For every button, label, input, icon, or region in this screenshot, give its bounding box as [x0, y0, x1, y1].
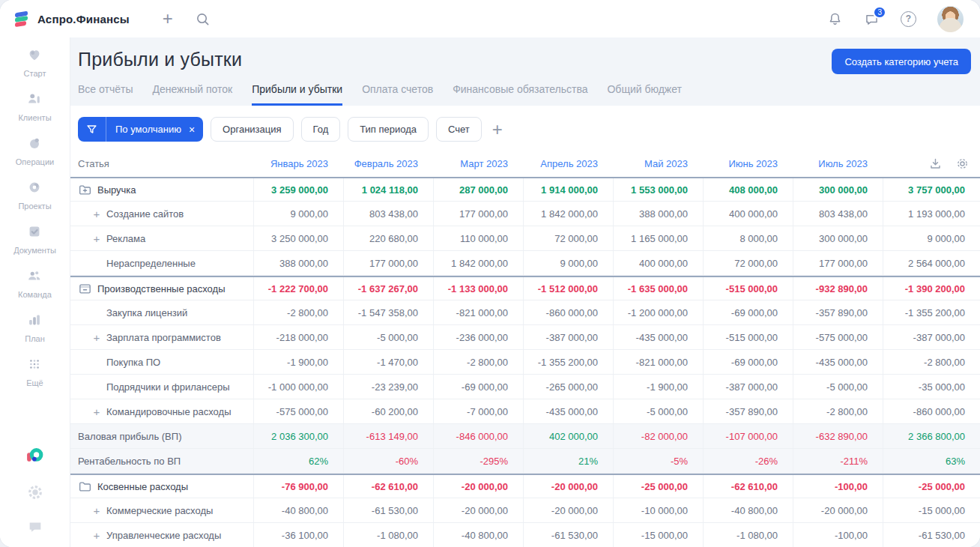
value-cell: -821 000,00 — [433, 300, 523, 324]
value-cell: -860 000,00 — [523, 300, 613, 324]
value-cell: -100,00 — [793, 475, 883, 498]
row-label-cell[interactable]: Покупка ПО — [70, 350, 253, 374]
row-label-cell[interactable]: Рентабельность по ВП — [70, 449, 253, 473]
sidebar-item-операции[interactable]: Операции — [13, 135, 56, 166]
column-header-month-2[interactable]: Февраль 2023 — [343, 150, 433, 177]
download-icon[interactable] — [929, 157, 942, 170]
expand-plus-icon[interactable]: + — [92, 529, 101, 542]
expand-plus-icon[interactable]: + — [92, 232, 101, 245]
value-cell: -5 000,00 — [343, 325, 433, 349]
value-cell: -107 000,00 — [703, 424, 793, 448]
value-cell: -575 000,00 — [253, 399, 343, 423]
expand-plus-icon[interactable]: + — [92, 208, 101, 220]
bell-icon[interactable] — [827, 11, 843, 27]
value-cell: -387 000,00 — [703, 375, 793, 399]
expand-plus-icon[interactable]: + — [92, 331, 101, 344]
row-label-cell[interactable]: +Зарплата программистов — [70, 325, 253, 349]
value-cell: -387 000,00 — [523, 325, 613, 349]
user-avatar[interactable] — [937, 6, 964, 32]
create-category-button[interactable]: Создать категорию учета — [832, 49, 971, 74]
column-header-month-3[interactable]: Март 2023 — [433, 150, 523, 177]
tab-3[interactable]: Прибыли и убытки — [252, 83, 342, 106]
row-label-cell[interactable]: Нераспределенные — [70, 251, 253, 275]
value-cell: 72 000,00 — [523, 226, 613, 250]
sidebar-item-план[interactable]: План — [13, 312, 56, 343]
column-header-month-5[interactable]: Май 2023 — [613, 150, 703, 177]
row-label-cell[interactable]: Подрядчики и фрилансеры — [70, 375, 253, 399]
filter-bar: По умолчанию × ОрганизацияГодТип периода… — [70, 106, 980, 150]
operations-icon — [26, 135, 43, 154]
table-row: Закупка лицензий-2 800,00-1 547 358,00-8… — [70, 300, 980, 325]
settings-icon[interactable] — [956, 157, 969, 170]
expand-plus-icon[interactable]: + — [92, 405, 101, 418]
sidebar-item-ещё[interactable]: Ещё — [13, 356, 56, 387]
tab-4[interactable]: Оплата счетов — [362, 83, 433, 106]
filter-chip-3[interactable]: Тип периода — [348, 117, 429, 142]
feedback-chat-icon[interactable] — [27, 519, 43, 535]
value-cell: -15 000,00 — [613, 523, 703, 547]
value-cell: -1 355 200,00 — [523, 350, 613, 374]
row-label-cell[interactable]: Выручка — [70, 178, 253, 201]
value-cell: -632 890,00 — [793, 424, 883, 448]
close-icon[interactable]: × — [187, 124, 203, 136]
column-header-month-6[interactable]: Июнь 2023 — [703, 150, 793, 177]
folder-plus-icon[interactable] — [78, 183, 92, 197]
column-header-month-4[interactable]: Апрель 2023 — [523, 150, 613, 177]
value-cell: 2 366 800,00 — [883, 424, 980, 448]
value-cell: -5% — [613, 449, 703, 473]
chat-icon[interactable]: 3 — [864, 11, 880, 27]
filter-chip-2[interactable]: Год — [301, 117, 341, 142]
row-label-cell[interactable]: +Реклама — [70, 226, 253, 250]
value-cell: -40 800,00 — [433, 523, 523, 547]
value-cell: 3 250 000,00 — [253, 226, 343, 250]
sidebar-item-label: Операции — [16, 157, 54, 166]
folder-minus-icon[interactable] — [78, 282, 92, 296]
row-label-cell[interactable]: +Коммерческие расходы — [70, 498, 253, 522]
value-cell: 1 024 118,00 — [343, 178, 433, 201]
folder-icon[interactable] — [78, 480, 92, 494]
row-label-cell[interactable]: Закупка лицензий — [70, 300, 253, 324]
filter-preset-pill[interactable]: По умолчанию × — [78, 117, 203, 142]
tab-2[interactable]: Денежный поток — [152, 83, 232, 106]
sidebar-item-команда[interactable]: Команда — [13, 268, 56, 299]
plus-icon[interactable]: + — [163, 10, 173, 28]
value-cell: -218 000,00 — [253, 325, 343, 349]
tab-1[interactable]: Все отчёты — [78, 83, 133, 106]
column-header-month-7[interactable]: Июль 2023 — [793, 150, 883, 177]
top-bar: Аспро.Финансы + 3 ? — [0, 0, 980, 37]
app-brand[interactable]: Аспро.Финансы — [12, 10, 130, 28]
tab-5[interactable]: Финансовые обязательства — [453, 83, 587, 106]
value-cell: -69 000,00 — [433, 375, 523, 399]
value-cell: 1 165 000,00 — [613, 226, 703, 250]
settings-icon[interactable] — [27, 484, 43, 501]
filter-chip-1[interactable]: Организация — [211, 117, 293, 142]
value-cell: 1 842 000,00 — [523, 202, 613, 226]
row-label-cell[interactable]: Производственные расходы — [70, 277, 253, 300]
value-cell: 388 000,00 — [613, 202, 703, 226]
filter-chip-4[interactable]: Счет — [436, 117, 482, 142]
value-cell: 177 000,00 — [793, 251, 883, 275]
row-label: Покупка ПО — [106, 357, 160, 368]
aspro-round-logo[interactable] — [25, 446, 45, 466]
add-filter-icon[interactable]: + — [492, 119, 503, 140]
sidebar-item-клиенты[interactable]: Клиенты — [13, 91, 56, 122]
sidebar-item-старт[interactable]: Старт — [13, 46, 56, 78]
value-cell: 9 000,00 — [883, 226, 980, 250]
row-label-cell[interactable]: +Управленческие расходы — [70, 523, 253, 547]
row-label: Косвенные расходы — [97, 481, 188, 492]
row-label-cell[interactable]: Валовая прибыль (ВП) — [70, 424, 253, 448]
search-icon[interactable] — [196, 12, 210, 26]
row-label-cell[interactable]: +Создание сайтов — [70, 202, 253, 226]
value-cell: 300 000,00 — [793, 178, 883, 201]
column-header-month-1[interactable]: Январь 2023 — [253, 150, 343, 177]
expand-plus-icon[interactable]: + — [92, 504, 101, 517]
help-icon[interactable]: ? — [901, 11, 916, 27]
tab-6[interactable]: Общий бюджет — [607, 83, 681, 106]
sidebar-item-проекты[interactable]: Проекты — [13, 179, 56, 211]
value-cell: -15 000,00 — [883, 498, 980, 522]
value-cell: -515 000,00 — [703, 277, 793, 300]
row-label: Подрядчики и фрилансеры — [106, 381, 230, 393]
sidebar-item-документы[interactable]: Документы — [13, 223, 56, 255]
row-label-cell[interactable]: Косвенные расходы — [70, 475, 253, 498]
row-label-cell[interactable]: +Командировочные расходы — [70, 399, 253, 423]
